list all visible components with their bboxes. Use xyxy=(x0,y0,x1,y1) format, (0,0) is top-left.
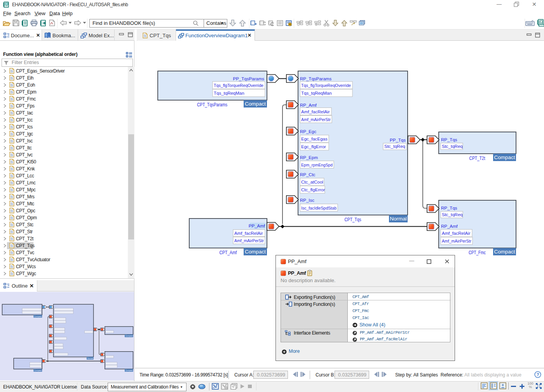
svg-text:CPT_Tqs: CPT_Tqs xyxy=(345,217,361,222)
svg-text:RP_Epm: RP_Epm xyxy=(300,155,318,160)
svg-text:CPT_Fmc: CPT_Fmc xyxy=(469,250,486,255)
svg-text:Epm_rpmEngSpd: Epm_rpmEngSpd xyxy=(301,163,333,167)
svg-text:RP_TqsParams: RP_TqsParams xyxy=(300,76,331,81)
svg-text:Isc_facIdleSpdStab: Isc_facIdleSpdStab xyxy=(301,206,337,210)
svg-text:?: ? xyxy=(537,372,539,377)
svg-text:Tqs_tqReqMan: Tqs_tqReqMan xyxy=(214,91,244,95)
svg-text:Amf_facRelAir: Amf_facRelAir xyxy=(234,231,263,236)
svg-text:Amf_facRelAir: Amf_facRelAir xyxy=(301,109,330,114)
svg-text:Compact: Compact xyxy=(245,249,266,255)
svg-text:PP_Tqs: PP_Tqs xyxy=(390,138,406,142)
svg-text:Stc_tqReq: Stc_tqReq xyxy=(384,144,405,149)
svg-text:Tqs_flgTorqueReqOverride: Tqs_flgTorqueReqOverride xyxy=(301,83,351,88)
svg-text:Amf_mAirPerStr: Amf_mAirPerStr xyxy=(301,117,331,122)
svg-text:PP_TqsParams: PP_TqsParams xyxy=(233,76,264,81)
svg-text:Tqs_tqReqMan: Tqs_tqReqMan xyxy=(301,91,332,95)
svg-text:Normal: Normal xyxy=(87,357,93,359)
svg-text:RP_Tqs: RP_Tqs xyxy=(441,137,457,142)
svg-text:Compact: Compact xyxy=(34,369,42,371)
svg-text:CPT_TqsParams: CPT_TqsParams xyxy=(197,102,227,108)
svg-text:RP_Amf: RP_Amf xyxy=(300,103,317,108)
svg-text:RP_Ctc: RP_Ctc xyxy=(300,172,316,177)
svg-text:Normal: Normal xyxy=(390,216,407,222)
svg-text:Compact: Compact xyxy=(494,154,515,160)
svg-text:RP_Egc: RP_Egc xyxy=(300,129,316,134)
svg-text:Compact: Compact xyxy=(494,249,515,255)
svg-text:Stc_tqReq: Stc_tqReq xyxy=(442,212,463,217)
svg-text:M: M xyxy=(213,387,214,389)
svg-text:CPT_Amf: CPT_Amf xyxy=(220,250,237,255)
svg-text:Compact: Compact xyxy=(126,335,133,337)
svg-text:Ctc_atCool: Ctc_atCool xyxy=(301,180,323,184)
svg-text:Egc_flgError: Egc_flgError xyxy=(301,144,326,149)
svg-text:PP_Amf: PP_Amf xyxy=(249,224,265,228)
svg-text:Compact: Compact xyxy=(34,315,42,317)
svg-text:Ctc_flgError: Ctc_flgError xyxy=(301,187,325,192)
svg-text:Amf_mAirPerStr: Amf_mAirPerStr xyxy=(234,238,264,243)
svg-text:Amf_facRelAir: Amf_facRelAir xyxy=(442,231,471,236)
svg-text:RP_Amf: RP_Amf xyxy=(441,224,458,229)
svg-text:RP_Tqs: RP_Tqs xyxy=(441,206,457,210)
svg-text:RP_Isc: RP_Isc xyxy=(300,198,314,203)
svg-text:Compact: Compact xyxy=(245,101,266,107)
svg-text:Tqs_flgTorqueReqOverride: Tqs_flgTorqueReqOverride xyxy=(214,83,263,88)
svg-text:Compact: Compact xyxy=(126,369,133,371)
svg-text:Egc_facEgas: Egc_facEgas xyxy=(301,137,328,141)
svg-text:Stc_tqReq: Stc_tqReq xyxy=(442,144,463,149)
svg-text:CPT_T2t: CPT_T2t xyxy=(469,156,486,161)
svg-text:Amf_mAirPerStr: Amf_mAirPerStr xyxy=(442,239,471,243)
